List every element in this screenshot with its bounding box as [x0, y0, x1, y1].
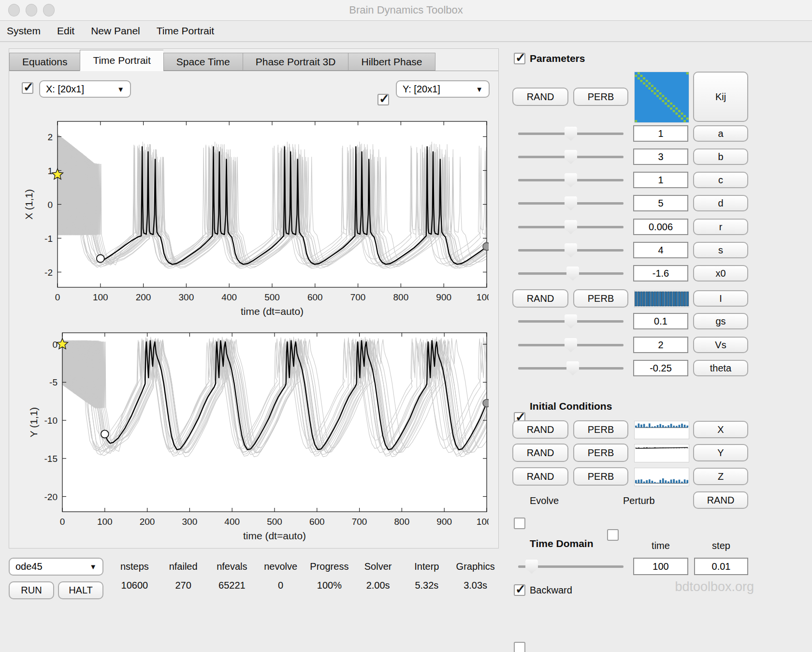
param-button-r[interactable]: r — [693, 219, 748, 235]
svg-text:0: 0 — [52, 340, 58, 350]
y-plot-checkbox[interactable] — [377, 94, 389, 105]
stat-value: 2.00s — [366, 580, 390, 591]
param-slider-d[interactable] — [518, 196, 624, 210]
param-slider-s[interactable] — [518, 243, 624, 257]
slider-handle[interactable] — [565, 314, 577, 328]
param-button-a[interactable]: a — [693, 125, 748, 142]
parameters-checkbox[interactable] — [514, 53, 525, 64]
slider-handle[interactable] — [565, 220, 577, 234]
param-value-theta[interactable]: -0.25 — [633, 360, 688, 376]
svg-text:-5: -5 — [49, 377, 58, 387]
ic-perb-button-Y[interactable]: PERB — [573, 444, 628, 462]
kij-coupling-matrix-image[interactable] — [634, 72, 689, 123]
backward-checkbox[interactable] — [514, 642, 525, 652]
param-slider-b[interactable] — [518, 149, 624, 164]
stat-nfevals: nfevals65221 — [208, 561, 257, 591]
parameters-rand-button[interactable]: RAND — [512, 88, 568, 106]
slider-handle[interactable] — [565, 150, 577, 164]
svg-text:1: 1 — [47, 166, 53, 176]
param-slider-c[interactable] — [518, 173, 624, 187]
I-vector-thumbnail[interactable] — [634, 290, 689, 308]
ic-perb-button-Z[interactable]: PERB — [573, 467, 628, 486]
step-value-field[interactable]: 0.01 — [694, 558, 748, 575]
ic-rand-button-Y[interactable]: RAND — [512, 444, 568, 462]
perturb-checkbox[interactable] — [607, 529, 619, 541]
ic-rand-button-Z[interactable]: RAND — [512, 467, 568, 486]
tab-phase-portrait-3d[interactable]: Phase Portrait 3D — [243, 53, 348, 71]
chevron-down-icon: ▼ — [117, 85, 124, 93]
param-slider-gs[interactable] — [518, 314, 624, 328]
time-value-field[interactable]: 100 — [633, 558, 688, 575]
param-value-s[interactable]: 4 — [633, 242, 688, 258]
slider-handle[interactable] — [566, 361, 579, 375]
svg-text:1000: 1000 — [477, 517, 489, 527]
parameters-perb-button[interactable]: PERB — [573, 88, 628, 106]
param-button-c[interactable]: c — [693, 172, 748, 188]
ic-label-button-X[interactable]: X — [693, 421, 748, 438]
param-slider-x0[interactable] — [518, 266, 624, 281]
menu-item-time-portrait[interactable]: Time Portrait — [157, 25, 214, 37]
slider-handle[interactable] — [565, 338, 577, 352]
menu-item-system[interactable]: System — [7, 25, 41, 37]
param-button-theta[interactable]: theta — [693, 360, 748, 376]
I-parameter-button[interactable]: I — [693, 290, 748, 307]
svg-text:400: 400 — [221, 292, 237, 302]
run-button[interactable]: RUN — [9, 581, 54, 599]
param-value-Vs[interactable]: 2 — [633, 337, 688, 353]
param-button-Vs[interactable]: Vs — [693, 337, 748, 353]
param-value-b[interactable]: 3 — [633, 148, 688, 165]
tab-time-portrait[interactable]: Time Portrait — [80, 50, 163, 71]
param-value-gs[interactable]: 0.1 — [633, 313, 688, 329]
param-button-x0[interactable]: x0 — [693, 265, 748, 282]
trajectory-end-marker — [483, 243, 489, 251]
param-button-gs[interactable]: gs — [693, 313, 748, 329]
param-button-b[interactable]: b — [693, 148, 748, 165]
ic-label-button-Y[interactable]: Y — [693, 444, 748, 461]
param-value-c[interactable]: 1 — [633, 172, 688, 188]
tab-space-time[interactable]: Space Time — [163, 53, 243, 71]
param-button-d[interactable]: d — [693, 195, 748, 211]
ic-thumbnail-Y[interactable] — [634, 444, 689, 462]
slider-handle[interactable] — [565, 127, 577, 141]
param-value-d[interactable]: 5 — [633, 195, 688, 211]
I-rand-button[interactable]: RAND — [512, 289, 568, 308]
menu-item-edit[interactable]: Edit — [57, 25, 74, 37]
param-value-r[interactable]: 0.006 — [633, 219, 688, 235]
param-slider-Vs[interactable] — [518, 338, 624, 352]
x-variable-dropdown[interactable]: X: [20x1] ▼ — [39, 80, 131, 98]
menu-item-new-panel[interactable]: New Panel — [91, 25, 140, 37]
slider-handle[interactable] — [565, 173, 577, 187]
slider-handle[interactable] — [525, 560, 538, 574]
slider-handle[interactable] — [566, 267, 579, 281]
ic-thumbnail-Z[interactable] — [634, 468, 689, 486]
app-window: Brain Dynamics Toolbox SystemEditNew Pan… — [0, 0, 812, 652]
ic-rand-button-X[interactable]: RAND — [512, 420, 568, 439]
tab-bar: EquationsTime PortraitSpace TimePhase Po… — [9, 50, 498, 71]
time-domain-checkbox[interactable] — [514, 584, 525, 596]
param-slider-a[interactable] — [518, 126, 624, 141]
initial-conditions-rand-all-button[interactable]: RAND — [693, 491, 748, 509]
stat-solver: Solver2.00s — [354, 561, 403, 591]
tab-equations[interactable]: Equations — [9, 53, 80, 71]
param-value-x0[interactable]: -1.6 — [633, 265, 688, 282]
solver-dropdown[interactable]: ode45 ▼ — [9, 558, 103, 576]
param-slider-theta[interactable] — [518, 361, 624, 375]
halt-button[interactable]: HALT — [58, 581, 103, 599]
param-value-a[interactable]: 1 — [633, 125, 688, 142]
slider-handle[interactable] — [565, 243, 577, 257]
param-slider-r[interactable] — [518, 220, 624, 234]
evolve-checkbox[interactable] — [514, 518, 525, 529]
stat-value: 270 — [175, 580, 191, 591]
param-button-s[interactable]: s — [693, 242, 748, 258]
chevron-down-icon: ▼ — [89, 563, 97, 571]
time-domain-slider[interactable] — [518, 559, 624, 574]
y-variable-dropdown[interactable]: Y: [20x1] ▼ — [396, 80, 490, 98]
ic-label-button-Z[interactable]: Z — [693, 468, 748, 485]
x-plot-checkbox[interactable] — [22, 82, 33, 94]
slider-handle[interactable] — [565, 196, 577, 210]
kij-parameter-button[interactable]: Kij — [693, 72, 748, 122]
I-perb-button[interactable]: PERB — [573, 289, 628, 308]
ic-thumbnail-X[interactable] — [634, 421, 689, 439]
tab-hilbert-phase[interactable]: Hilbert Phase — [348, 53, 435, 71]
ic-perb-button-X[interactable]: PERB — [573, 420, 628, 439]
